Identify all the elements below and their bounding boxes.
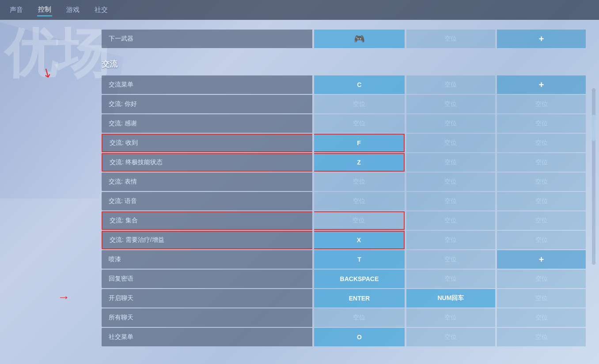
navbar: 声音 控制 游戏 社交 (0, 0, 599, 20)
key-binding-2[interactable]: 空位 (406, 95, 496, 113)
key-binding-3[interactable]: 空位 (497, 153, 586, 172)
table-row: 所有聊天 空位 空位 空位 (102, 308, 586, 327)
key-binding-2[interactable]: 空位 (406, 30, 496, 48)
table-row: 下一武器 🎮 空位 + (102, 30, 586, 48)
nav-social[interactable]: 社交 (94, 4, 109, 16)
table-row: 回复密语 BACKSPACE 空位 空位 (102, 270, 586, 288)
key-binding-1[interactable]: O (314, 328, 405, 346)
action-label: 交流: 感谢 (102, 114, 312, 133)
action-label: 回复密语 (102, 270, 312, 288)
key-binding-3[interactable]: 空位 (497, 173, 586, 191)
key-binding-2[interactable]: 空位 (406, 270, 496, 288)
key-binding-1[interactable]: BACKSPACE (314, 270, 405, 288)
table-row-highlight-top: 交流: 收到 F 空位 空位 (102, 134, 586, 152)
section-label-communication: 交流 (102, 59, 586, 69)
table-row-highlight2-top: 交流: 集合 空位 空位 空位 (102, 211, 586, 230)
table-row: 开启聊天 ENTER NUM回车 空位 (102, 289, 586, 308)
action-label: 交流: 语音 (102, 192, 312, 210)
key-binding-3[interactable]: 空位 (497, 328, 586, 346)
key-binding-3[interactable]: + (497, 250, 586, 269)
key-binding-3[interactable]: 空位 (497, 134, 586, 152)
action-label: 所有聊天 (102, 308, 312, 327)
nav-control[interactable]: 控制 (37, 4, 52, 16)
key-binding-1[interactable]: 空位 (314, 211, 405, 230)
table-row-highlight2-bottom: 交流: 需要治疗/增益 X 空位 空位 (102, 231, 586, 249)
key-binding-2[interactable]: NUM回车 (406, 289, 496, 308)
key-binding-3[interactable]: 空位 (497, 289, 586, 308)
key-binding-1[interactable]: 空位 (314, 308, 405, 327)
table-row: 交流: 你好 空位 空位 空位 (102, 95, 586, 113)
action-label: 喷漆 (102, 250, 312, 269)
key-binding-2[interactable]: 空位 (406, 250, 496, 269)
key-binding-3[interactable]: 空位 (497, 270, 586, 288)
action-label: 下一武器 (102, 30, 312, 48)
arrow-indicator-2: → (57, 290, 70, 304)
main-content: 下一武器 🎮 空位 + 交流 交流菜单 C (97, 20, 599, 364)
scrollbar-thumb[interactable] (592, 115, 595, 141)
background-title: 优场 (4, 26, 107, 79)
nav-game[interactable]: 游戏 (65, 4, 80, 16)
action-label: 交流: 需要治疗/增益 (102, 231, 312, 249)
section-header-row: 交流 (102, 49, 586, 75)
arrow-indicator-1: ↘ (39, 64, 55, 81)
key-binding-3[interactable]: 空位 (497, 95, 586, 113)
table-row: 交流: 感谢 空位 空位 空位 (102, 114, 586, 133)
action-label: 交流菜单 (102, 75, 312, 94)
action-label: 交流: 你好 (102, 95, 312, 113)
controller-icon: 🎮 (354, 34, 365, 44)
key-binding-3[interactable]: 空位 (497, 231, 586, 249)
key-binding-2[interactable]: 空位 (406, 211, 496, 230)
key-binding-1[interactable]: 空位 (314, 173, 405, 191)
key-binding-3[interactable]: 空位 (497, 308, 586, 327)
key-binding-1[interactable]: 空位 (314, 192, 405, 210)
key-binding-2[interactable]: 空位 (406, 173, 496, 191)
table-row: 交流菜单 C 空位 + (102, 75, 586, 94)
key-binding-1[interactable]: ENTER (314, 289, 405, 308)
table-row: 交流: 语音 空位 空位 空位 (102, 192, 586, 210)
keybind-table: 下一武器 🎮 空位 + 交流 交流菜单 C (102, 29, 586, 347)
key-binding-3[interactable]: + (497, 75, 586, 94)
action-label: 开启聊天 (102, 289, 312, 308)
key-binding-2[interactable]: 空位 (406, 231, 496, 249)
key-binding-1[interactable]: T (314, 250, 405, 269)
action-label: 交流: 集合 (102, 211, 312, 230)
action-label: 交流: 终极技能状态 (102, 153, 312, 172)
key-binding-1[interactable]: C (314, 75, 405, 94)
key-binding-2[interactable]: 空位 (406, 134, 496, 152)
action-label: 交流: 收到 (102, 134, 312, 152)
key-binding-3[interactable]: 空位 (497, 114, 586, 133)
key-binding-2[interactable]: 空位 (406, 192, 496, 210)
key-binding-2[interactable]: 空位 (406, 75, 496, 94)
key-binding-1[interactable]: F (314, 134, 405, 152)
key-binding-1[interactable]: 🎮 (314, 30, 405, 48)
key-binding-1[interactable]: Z (314, 153, 405, 172)
nav-sound[interactable]: 声音 (9, 4, 24, 16)
table-row: 社交菜单 O 空位 空位 (102, 328, 586, 346)
table-row: 喷漆 T 空位 + (102, 250, 586, 269)
key-binding-1[interactable]: 空位 (314, 95, 405, 113)
table-row-highlight-bottom: 交流: 终极技能状态 Z 空位 空位 (102, 153, 586, 172)
key-binding-2[interactable]: 空位 (406, 328, 496, 346)
key-binding-2[interactable]: 空位 (406, 153, 496, 172)
key-binding-2[interactable]: 空位 (406, 114, 496, 133)
table-row: 交流: 表情 空位 空位 空位 (102, 173, 586, 191)
key-binding-2[interactable]: 空位 (406, 308, 496, 327)
action-label: 交流: 表情 (102, 173, 312, 191)
key-binding-1[interactable]: 空位 (314, 114, 405, 133)
scrollbar-track (592, 88, 595, 265)
action-label: 社交菜单 (102, 328, 312, 346)
key-binding-3[interactable]: + (497, 30, 586, 48)
key-binding-3[interactable]: 空位 (497, 211, 586, 230)
key-binding-3[interactable]: 空位 (497, 192, 586, 210)
key-binding-1[interactable]: X (314, 231, 405, 249)
